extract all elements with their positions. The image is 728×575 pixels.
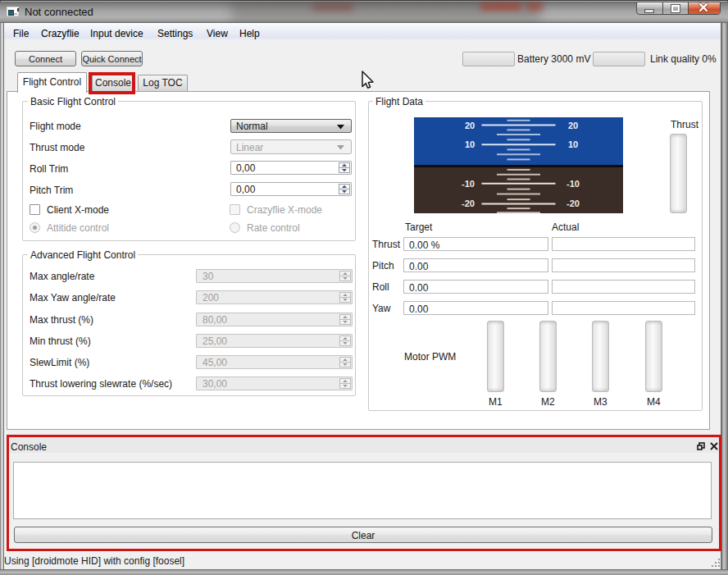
svg-text:20: 20	[568, 121, 578, 130]
svg-text:-10: -10	[566, 179, 580, 189]
svg-text:10: 10	[568, 139, 578, 149]
svg-text:-20: -20	[462, 199, 475, 208]
svg-text:20: 20	[465, 121, 475, 130]
svg-text:-20: -20	[566, 199, 580, 208]
svg-text:-10: -10	[462, 179, 475, 189]
svg-text:10: 10	[465, 139, 475, 149]
